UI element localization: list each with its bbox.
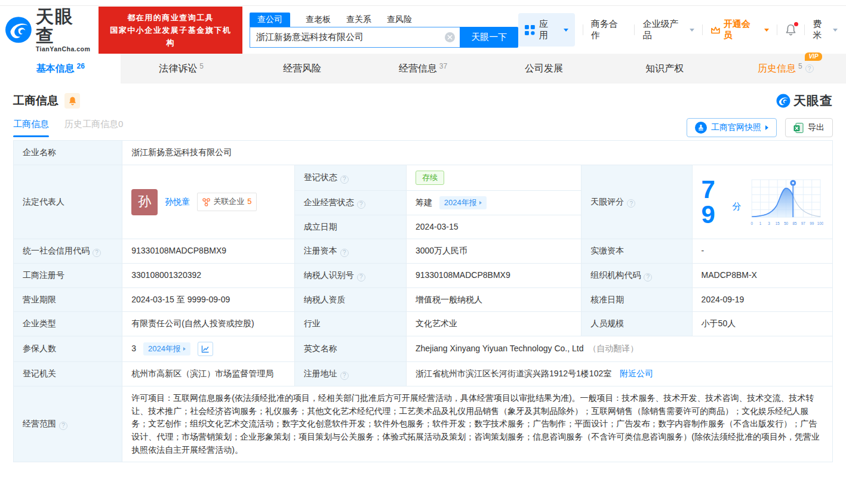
- help-icon[interactable]: ?: [805, 64, 814, 73]
- legal-rep-cell: 孙 孙悦童 关联企业 5: [122, 165, 294, 239]
- search-tab-boss[interactable]: 查老板: [306, 13, 331, 27]
- reg-number-value: 330108001320392: [122, 264, 294, 288]
- search-button[interactable]: 天眼一下: [460, 27, 518, 48]
- help-icon[interactable]: ?: [340, 175, 349, 184]
- chevron-right-icon: [765, 125, 768, 130]
- axis-tick: 97: [801, 221, 805, 225]
- tab-legal-proceedings[interactable]: 法律诉讼 5: [121, 54, 241, 84]
- help-icon[interactable]: ?: [59, 422, 67, 430]
- menu-enterprise[interactable]: 企业级产品: [642, 18, 694, 41]
- industry-label: 行业: [294, 312, 406, 336]
- company-name-value: 浙江新扬意远科技有限公司: [122, 141, 833, 165]
- address-text: 浙江省杭州市滨江区长河街道滨兴路1912号1楼102室: [416, 369, 611, 378]
- chevron-down-icon: [833, 29, 838, 32]
- monitor-bell-button[interactable]: [64, 93, 80, 109]
- avatar[interactable]: 孙: [131, 189, 158, 215]
- grid-icon: [525, 25, 535, 35]
- menu-vip[interactable]: 开通会员: [710, 18, 769, 41]
- axis-tick: 0: [750, 221, 753, 225]
- tab-label: 历史信息: [758, 63, 796, 75]
- table-row: 营业期限 2024-03-15 至 9999-09-09 纳税人资质 增值税一般…: [14, 287, 833, 312]
- promo-banner: 都在用的商业查询工具 国家中小企业发展子基金旗下机构: [99, 7, 242, 54]
- help-icon[interactable]: ?: [340, 372, 349, 380]
- paid-capital-value: -: [692, 239, 832, 264]
- tab-label: 公司发展: [525, 63, 563, 75]
- search-box: 天眼一下: [250, 27, 518, 48]
- notification-dot: [794, 22, 798, 26]
- tab-label: 基本信息: [36, 63, 75, 75]
- menu-cooperation[interactable]: 商务合作: [591, 18, 627, 41]
- related-companies-badge[interactable]: 关联企业 5: [197, 193, 257, 211]
- chevron-right-icon: [183, 347, 186, 351]
- watermark-text: 天眼查: [793, 92, 833, 109]
- tab-business-info[interactable]: 经营信息 37: [362, 54, 483, 84]
- section-subtabs: 工商信息 历史工商信息0 工商官网快照: [13, 116, 833, 139]
- annual-report-label: 2024年报: [444, 197, 477, 208]
- tab-history-info[interactable]: 历史信息 5 ? VIP: [725, 54, 846, 84]
- export-button[interactable]: 导出: [785, 118, 833, 137]
- help-icon[interactable]: ?: [93, 249, 101, 257]
- section-title: 工商信息: [13, 93, 59, 109]
- promo-line1: 都在用的商业查询工具: [106, 11, 235, 24]
- tab-basic-info[interactable]: 基本信息 26: [0, 54, 121, 84]
- subtab-history-registration[interactable]: 历史工商信息0: [64, 119, 123, 137]
- tianyancha-logo-icon: [5, 16, 32, 44]
- label-text: 组织机构代码: [590, 270, 641, 280]
- apps-menu[interactable]: 应用: [518, 13, 575, 47]
- search-tab-relation[interactable]: 查关系: [346, 13, 371, 27]
- snapshot-label: 工商官网快照: [711, 122, 761, 133]
- approval-date-value: 2024-09-19: [692, 287, 832, 312]
- tab-intellectual-property[interactable]: 知识产权: [604, 54, 725, 84]
- annual-report-label: 2024年报: [148, 344, 181, 354]
- menu-user[interactable]: 费米: [813, 18, 838, 41]
- help-icon[interactable]: ?: [357, 273, 365, 282]
- table-row: 法定代表人 孙 孙悦童: [14, 165, 833, 190]
- annual-report-badge[interactable]: 2024年报: [143, 342, 190, 355]
- official-snapshot-button[interactable]: 工商官网快照: [687, 118, 777, 137]
- reg-status-label: 登记状态?: [294, 165, 406, 190]
- search-area: 查公司 查老板 查关系 查风险 天眼一下: [250, 13, 518, 48]
- staff-size-value: 小于50人: [692, 312, 832, 336]
- tab-operating-risk[interactable]: 经营风险: [242, 54, 362, 84]
- nearby-companies-link[interactable]: 附近公司: [620, 369, 653, 378]
- divider: [804, 24, 805, 35]
- approval-date-label: 核准日期: [582, 287, 692, 312]
- search-tab-risk[interactable]: 查风险: [387, 13, 412, 27]
- establish-date-label: 成立日期: [294, 215, 406, 239]
- tianyancha-logo[interactable]: 天眼查 TianYanCha.com: [5, 7, 93, 52]
- subtab-business-registration[interactable]: 工商信息: [13, 119, 49, 137]
- help-icon[interactable]: ?: [627, 199, 635, 208]
- trend-chart-button[interactable]: [198, 342, 213, 356]
- help-icon[interactable]: ?: [340, 249, 349, 257]
- tab-label: 经营信息: [399, 63, 437, 75]
- help-icon[interactable]: ?: [644, 273, 652, 282]
- notification-bell[interactable]: [785, 24, 796, 36]
- header: 天眼查 TianYanCha.com 都在用的商业查询工具 国家中小企业发展子基…: [0, 6, 846, 54]
- clear-icon[interactable]: [445, 32, 455, 42]
- promo-line2: 国家中小企业发展子基金旗下机构: [106, 24, 235, 49]
- search-tab-company[interactable]: 查公司: [250, 13, 290, 27]
- insured-count-label: 参保人数: [14, 336, 122, 362]
- help-icon[interactable]: ?: [357, 200, 365, 209]
- annual-report-badge[interactable]: 2024年报: [439, 196, 487, 209]
- divider: [702, 24, 703, 35]
- watermark-logo: 天眼查: [776, 92, 833, 109]
- crown-icon: [710, 26, 721, 35]
- english-name-label: 英文名称: [294, 336, 406, 362]
- tianyancha-logo-icon: [776, 94, 790, 108]
- op-status-value: 筹建 2024年报: [406, 190, 581, 215]
- brand-domain: TianYanCha.com: [36, 45, 93, 52]
- section-buttons: 工商官网快照 导出: [687, 118, 833, 137]
- legal-rep-link[interactable]: 孙悦童: [165, 196, 190, 209]
- reg-address-label: 注册地址?: [294, 362, 406, 386]
- staff-size-label: 人员规模: [582, 312, 692, 336]
- top-divider: [0, 0, 846, 6]
- company-name-label: 企业名称: [14, 141, 122, 165]
- tab-company-development[interactable]: 公司发展: [484, 54, 604, 84]
- search-input[interactable]: [250, 27, 460, 48]
- enterprise-label: 企业级产品: [642, 18, 687, 41]
- line-chart-icon: [201, 345, 210, 353]
- search-tabs: 查公司 查老板 查关系 查风险: [250, 13, 518, 27]
- tab-label: 经营风险: [283, 63, 321, 75]
- establish-date-value: 2024-03-15: [406, 215, 581, 239]
